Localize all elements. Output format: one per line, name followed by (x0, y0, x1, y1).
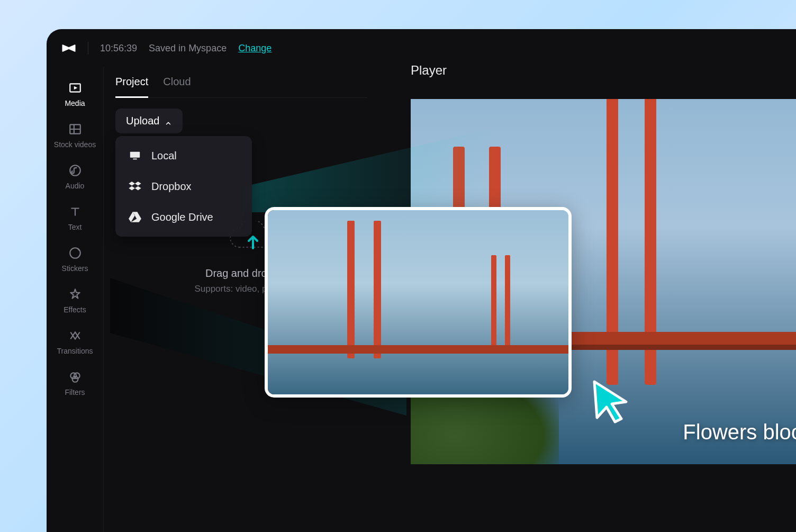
capcut-logo-icon (61, 41, 76, 56)
sidebar-item-filters[interactable]: Filters (47, 363, 103, 404)
sidebar: Media Stock videos Audio Text (47, 67, 104, 532)
upload-dropdown: Local Dropbox Google Drive (115, 136, 252, 237)
sidebar-item-label: Effects (64, 305, 86, 314)
video-caption: Flowers bloom in sp (683, 420, 796, 444)
google-drive-icon (128, 210, 142, 224)
effects-icon (68, 287, 82, 301)
svg-point-7 (72, 376, 78, 382)
upload-option-google-drive[interactable]: Google Drive (115, 202, 252, 232)
divider (88, 42, 88, 55)
text-icon (68, 205, 82, 219)
svg-rect-9 (133, 159, 137, 160)
upload-option-dropbox[interactable]: Dropbox (115, 171, 252, 202)
upload-button-label: Upload (126, 115, 159, 127)
tab-cloud[interactable]: Cloud (163, 76, 191, 98)
sidebar-item-label: Stock videos (54, 140, 96, 149)
upload-button[interactable]: Upload (115, 109, 183, 133)
sidebar-item-stock-videos[interactable]: Stock videos (47, 115, 103, 156)
sidebar-item-label: Audio (66, 182, 85, 190)
svg-marker-1 (74, 86, 77, 90)
sidebar-item-stickers[interactable]: Stickers (47, 239, 103, 280)
stickers-icon (68, 246, 82, 260)
media-tabs: Project Cloud (115, 76, 367, 98)
sidebar-item-effects[interactable]: Effects (47, 280, 103, 321)
sidebar-item-label: Text (68, 223, 82, 231)
save-status: Saved in Myspace (149, 43, 227, 54)
sidebar-item-media[interactable]: Media (47, 74, 103, 115)
local-icon (128, 149, 142, 163)
sidebar-item-text[interactable]: Text (47, 197, 103, 239)
cursor-pointer-icon (586, 376, 634, 424)
upload-option-local[interactable]: Local (115, 140, 252, 171)
media-icon (68, 81, 82, 95)
dropdown-item-label: Google Drive (151, 211, 213, 223)
dropdown-item-label: Local (151, 150, 177, 162)
transitions-icon (68, 329, 82, 342)
app-window: 10:56:39 Saved in Myspace Change Media S… (47, 29, 796, 532)
svg-point-3 (70, 165, 80, 176)
stock-videos-icon (68, 122, 82, 136)
tab-project[interactable]: Project (115, 76, 148, 98)
sidebar-item-label: Filters (65, 388, 85, 396)
dropdown-item-label: Dropbox (151, 181, 192, 193)
topbar: 10:56:39 Saved in Myspace Change (47, 29, 796, 67)
sidebar-item-audio[interactable]: Audio (47, 156, 103, 197)
sidebar-item-label: Transitions (57, 347, 93, 355)
svg-rect-8 (130, 152, 140, 158)
sidebar-item-transitions[interactable]: Transitions (47, 321, 103, 363)
audio-icon (68, 164, 82, 177)
dragged-media-thumbnail[interactable] (265, 207, 572, 398)
sidebar-item-label: Stickers (62, 264, 88, 273)
save-timestamp: 10:56:39 (100, 43, 137, 54)
dropbox-icon (128, 179, 142, 193)
thumbnail-image (268, 210, 568, 394)
player-title: Player (411, 63, 447, 78)
change-link[interactable]: Change (238, 43, 272, 54)
filters-icon (68, 370, 82, 384)
chevron-up-icon (165, 118, 172, 125)
sidebar-item-label: Media (65, 99, 85, 107)
